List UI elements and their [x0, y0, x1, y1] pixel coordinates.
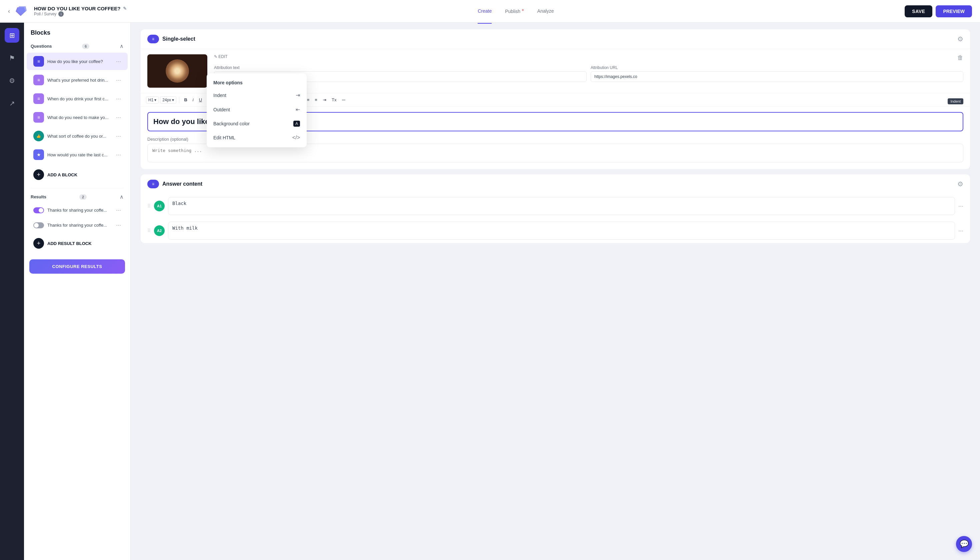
font-size-select[interactable]: 24px ▾	[160, 96, 176, 104]
card-gear-icon[interactable]: ⚙	[957, 35, 963, 43]
underline-button[interactable]: U	[197, 96, 204, 104]
edit-button-label[interactable]: ✎ EDIT	[214, 54, 953, 59]
edit-html-label: Edit HTML	[213, 135, 235, 140]
block-item-q2[interactable]: ≡ What's your preferred hot drin... ···	[27, 71, 128, 89]
block-label-q5: What sort of coffee do you or...	[47, 134, 113, 139]
block-item-r2[interactable]: Thanks for sharing your coffe... ···	[27, 218, 128, 232]
background-color-label: Background color	[213, 121, 250, 126]
sidebar-icon-share[interactable]: ↗	[5, 96, 19, 111]
questions-label: Questions	[31, 44, 52, 49]
title-edit-icon[interactable]: ✎	[123, 6, 127, 11]
align-right-button[interactable]: ≡	[313, 96, 319, 104]
dropdown-background-color[interactable]: Background color A	[207, 117, 307, 131]
save-button[interactable]: SAVE	[905, 5, 932, 17]
add-block-button[interactable]: + ADD A BLOCK	[27, 166, 128, 183]
results-label: Results	[31, 194, 46, 199]
attribution-text-label: Attribution text	[214, 65, 587, 70]
configure-results-button[interactable]: CONFIGURE RESULTS	[29, 259, 125, 274]
nav-publish[interactable]: Publish *	[505, 7, 524, 16]
attribution-url-label: Attribution URL	[591, 65, 963, 70]
blocks-panel: Blocks Questions 6 ∧ ≡ How do you like y…	[24, 23, 131, 560]
block-label-q6: How would you rate the last c...	[47, 152, 113, 157]
indent-tooltip: Indent	[948, 98, 963, 104]
indent-icon: ⇥	[296, 92, 300, 98]
block-more-q6[interactable]: ···	[116, 151, 121, 158]
block-item-q4[interactable]: ≡ What do you need to make yo... ···	[27, 109, 128, 126]
answer-input-a1[interactable]: Black	[168, 197, 955, 215]
clear-format-button[interactable]: Tx	[330, 96, 338, 104]
sidebar-icon-flag[interactable]: ⚑	[5, 51, 19, 65]
answer-badge-a2: A2	[154, 225, 165, 236]
toggle-r1[interactable]	[33, 207, 44, 213]
indent-button[interactable]: ⇥	[321, 96, 328, 104]
nav-create[interactable]: Create	[478, 7, 492, 16]
chat-icon: 💬	[960, 540, 969, 548]
drag-handle-a2[interactable]: ⠿	[147, 228, 151, 233]
dropdown-outdent[interactable]: Outdent ⇤	[207, 102, 307, 117]
block-label-r2: Thanks for sharing your coffe...	[47, 223, 113, 228]
attribution-url-group: Attribution URL	[591, 65, 963, 82]
chat-button[interactable]: 💬	[956, 536, 972, 552]
sidebar-icon-gear[interactable]: ⚙	[5, 73, 19, 88]
attribution-fields: ✎ EDIT 🗑 Attribution text Attribution UR…	[214, 54, 963, 88]
results-toggle[interactable]: ∧	[120, 194, 124, 200]
block-more-q2[interactable]: ···	[116, 77, 121, 84]
preview-button[interactable]: PREVIEW	[936, 5, 972, 17]
block-label-q1: How do you like your coffee?	[47, 59, 113, 64]
bold-button[interactable]: B	[182, 96, 189, 104]
questions-section-header: Questions 6 ∧	[24, 40, 130, 52]
survey-title: HOW DO YOU LIKE YOUR COFFEE? ✎	[34, 6, 127, 11]
results-count: 2	[79, 194, 87, 200]
type-icon: ≡	[152, 37, 154, 41]
coffee-image	[147, 54, 207, 88]
toolbar-divider-1	[179, 97, 179, 103]
background-color-icon: A	[293, 121, 300, 127]
delete-image-icon[interactable]: 🗑	[957, 54, 963, 61]
block-more-q1[interactable]: ···	[116, 58, 121, 65]
block-more-r1[interactable]: ···	[116, 207, 121, 214]
block-more-q3[interactable]: ···	[116, 95, 121, 102]
sidebar-icon-grid[interactable]: ⊞	[5, 28, 19, 43]
blocks-panel-title: Blocks	[24, 23, 130, 40]
answer-card-type: ≡ Answer content	[147, 180, 202, 188]
subtitle-text: Poll / Survey	[34, 12, 56, 16]
dropdown-edit-html[interactable]: Edit HTML </>	[207, 131, 307, 145]
main-layout: ⊞ ⚑ ⚙ ↗ Blocks Questions 6 ∧ ≡ How do yo…	[0, 23, 980, 560]
block-more-q5[interactable]: ···	[116, 133, 121, 140]
block-item-q5[interactable]: 👍 What sort of coffee do you or... ···	[27, 127, 128, 145]
answer-more-a1[interactable]: ···	[958, 203, 963, 210]
answer-more-a2[interactable]: ···	[958, 227, 963, 234]
answer-gear-icon[interactable]: ⚙	[957, 180, 963, 188]
outdent-label: Outdent	[213, 107, 230, 112]
block-item-q1[interactable]: ≡ How do you like your coffee? ···	[27, 53, 128, 70]
italic-button[interactable]: i	[191, 96, 196, 104]
answer-row-a2: ⠿ A2 With milk ···	[141, 218, 970, 243]
more-options-button[interactable]: ···	[340, 96, 347, 104]
block-item-r1[interactable]: Thanks for sharing your coffe... ···	[27, 203, 128, 217]
block-icon-q6: ★	[33, 149, 44, 160]
info-icon[interactable]: i	[58, 11, 64, 17]
panel-divider	[31, 188, 124, 188]
header: ‹ HOW DO YOU LIKE YOUR COFFEE? ✎ Poll / …	[0, 0, 980, 23]
add-result-label: ADD RESULT BLOCK	[47, 241, 92, 246]
question-card-header: ≡ Single-select ⚙	[141, 29, 970, 49]
attribution-url-input[interactable]	[591, 71, 963, 82]
main-nav: Create Publish * Analyze	[133, 7, 898, 16]
nav-analyze[interactable]: Analyze	[537, 7, 554, 16]
drag-handle-a1[interactable]: ⠿	[147, 203, 151, 209]
block-more-q4[interactable]: ···	[116, 114, 121, 121]
block-item-q6[interactable]: ★ How would you rate the last c... ···	[27, 146, 128, 163]
toggle-r2[interactable]	[33, 222, 44, 228]
block-item-q3[interactable]: ≡ When do you drink your first c... ···	[27, 90, 128, 107]
answer-input-a2[interactable]: With milk	[168, 222, 955, 240]
heading-select[interactable]: H1 ▾	[146, 96, 159, 104]
type-badge: ≡	[147, 35, 159, 43]
back-button[interactable]: ‹	[8, 8, 10, 15]
block-more-r2[interactable]: ···	[116, 222, 121, 229]
add-result-block-button[interactable]: + ADD RESULT BLOCK	[27, 235, 128, 252]
app-logo	[14, 5, 27, 18]
questions-toggle[interactable]: ∧	[120, 43, 124, 49]
dropdown-indent[interactable]: Indent ⇥	[207, 88, 307, 102]
survey-subtitle: Poll / Survey i	[34, 11, 127, 17]
answer-type-icon: ≡	[152, 182, 154, 186]
